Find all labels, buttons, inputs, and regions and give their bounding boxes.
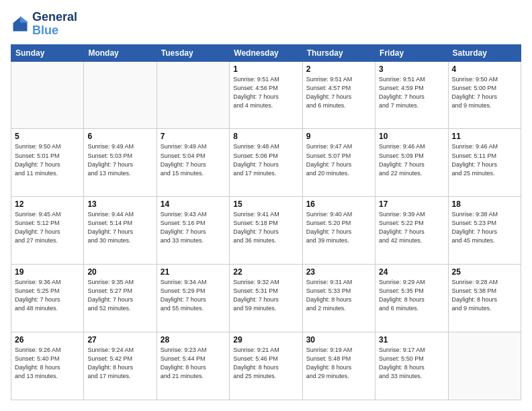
calendar-header-sunday: Sunday xyxy=(11,44,84,61)
calendar-cell: 31Sunrise: 9:17 AM Sunset: 5:50 PM Dayli… xyxy=(375,332,448,400)
day-info: Sunrise: 9:19 AM Sunset: 5:48 PM Dayligh… xyxy=(306,346,371,381)
day-info: Sunrise: 9:38 AM Sunset: 5:23 PM Dayligh… xyxy=(452,210,517,245)
calendar-cell: 16Sunrise: 9:40 AM Sunset: 5:20 PM Dayli… xyxy=(302,197,375,265)
day-info: Sunrise: 9:17 AM Sunset: 5:50 PM Dayligh… xyxy=(379,346,444,381)
calendar-week-row: 5Sunrise: 9:50 AM Sunset: 5:01 PM Daylig… xyxy=(11,129,521,197)
day-info: Sunrise: 9:35 AM Sunset: 5:27 PM Dayligh… xyxy=(87,278,152,313)
calendar-cell: 19Sunrise: 9:36 AM Sunset: 5:25 PM Dayli… xyxy=(11,265,84,332)
day-info: Sunrise: 9:41 AM Sunset: 5:18 PM Dayligh… xyxy=(233,210,298,245)
day-info: Sunrise: 9:26 AM Sunset: 5:40 PM Dayligh… xyxy=(15,346,80,381)
day-number: 20 xyxy=(87,267,152,277)
calendar-cell: 25Sunrise: 9:28 AM Sunset: 5:38 PM Dayli… xyxy=(448,265,521,332)
calendar-cell: 4Sunrise: 9:50 AM Sunset: 5:00 PM Daylig… xyxy=(448,61,521,129)
day-number: 26 xyxy=(15,335,80,345)
calendar-cell xyxy=(448,332,521,400)
logo-text: General Blue xyxy=(32,11,77,38)
day-number: 12 xyxy=(15,199,80,209)
day-info: Sunrise: 9:51 AM Sunset: 4:56 PM Dayligh… xyxy=(233,75,298,110)
logo: General Blue xyxy=(11,11,77,38)
day-info: Sunrise: 9:44 AM Sunset: 5:14 PM Dayligh… xyxy=(87,210,152,245)
day-number: 11 xyxy=(452,132,517,141)
day-number: 17 xyxy=(379,199,444,209)
day-info: Sunrise: 9:51 AM Sunset: 4:57 PM Dayligh… xyxy=(306,75,371,110)
day-info: Sunrise: 9:48 AM Sunset: 5:06 PM Dayligh… xyxy=(233,142,298,177)
calendar-header-saturday: Saturday xyxy=(448,44,521,61)
day-info: Sunrise: 9:40 AM Sunset: 5:20 PM Dayligh… xyxy=(306,210,371,245)
calendar-cell: 8Sunrise: 9:48 AM Sunset: 5:06 PM Daylig… xyxy=(230,129,302,197)
day-info: Sunrise: 9:50 AM Sunset: 5:00 PM Dayligh… xyxy=(452,75,517,110)
calendar-cell: 28Sunrise: 9:23 AM Sunset: 5:44 PM Dayli… xyxy=(157,332,229,400)
calendar-header-tuesday: Tuesday xyxy=(157,44,229,61)
calendar-header-friday: Friday xyxy=(375,44,448,61)
calendar-cell: 22Sunrise: 9:32 AM Sunset: 5:31 PM Dayli… xyxy=(230,265,302,332)
calendar-cell: 27Sunrise: 9:24 AM Sunset: 5:42 PM Dayli… xyxy=(84,332,157,400)
day-number: 13 xyxy=(87,199,152,209)
calendar-cell: 15Sunrise: 9:41 AM Sunset: 5:18 PM Dayli… xyxy=(230,197,302,265)
calendar-cell: 6Sunrise: 9:49 AM Sunset: 5:03 PM Daylig… xyxy=(84,129,157,197)
calendar-cell: 9Sunrise: 9:47 AM Sunset: 5:07 PM Daylig… xyxy=(302,129,375,197)
day-number: 6 xyxy=(87,132,152,141)
day-info: Sunrise: 9:23 AM Sunset: 5:44 PM Dayligh… xyxy=(161,346,226,381)
calendar-cell: 12Sunrise: 9:45 AM Sunset: 5:12 PM Dayli… xyxy=(11,197,84,265)
day-info: Sunrise: 9:32 AM Sunset: 5:31 PM Dayligh… xyxy=(233,278,298,313)
day-number: 31 xyxy=(379,335,444,345)
day-info: Sunrise: 9:43 AM Sunset: 5:16 PM Dayligh… xyxy=(161,210,226,245)
day-info: Sunrise: 9:39 AM Sunset: 5:22 PM Dayligh… xyxy=(379,210,444,245)
page: General Blue SundayMondayTuesdayWednesda… xyxy=(0,0,532,411)
day-info: Sunrise: 9:46 AM Sunset: 5:11 PM Dayligh… xyxy=(452,142,517,177)
day-number: 9 xyxy=(306,132,371,141)
day-number: 23 xyxy=(306,267,371,277)
calendar-cell: 7Sunrise: 9:49 AM Sunset: 5:04 PM Daylig… xyxy=(157,129,229,197)
calendar-cell: 26Sunrise: 9:26 AM Sunset: 5:40 PM Dayli… xyxy=(11,332,84,400)
day-info: Sunrise: 9:50 AM Sunset: 5:01 PM Dayligh… xyxy=(15,142,80,177)
day-info: Sunrise: 9:49 AM Sunset: 5:04 PM Dayligh… xyxy=(161,142,226,177)
calendar-cell: 30Sunrise: 9:19 AM Sunset: 5:48 PM Dayli… xyxy=(302,332,375,400)
calendar-header-row: SundayMondayTuesdayWednesdayThursdayFrid… xyxy=(11,44,521,61)
calendar-cell xyxy=(157,61,229,129)
day-number: 15 xyxy=(233,199,298,209)
day-info: Sunrise: 9:47 AM Sunset: 5:07 PM Dayligh… xyxy=(306,142,371,177)
calendar-cell: 10Sunrise: 9:46 AM Sunset: 5:09 PM Dayli… xyxy=(375,129,448,197)
calendar-week-row: 19Sunrise: 9:36 AM Sunset: 5:25 PM Dayli… xyxy=(11,265,521,332)
calendar-cell: 21Sunrise: 9:34 AM Sunset: 5:29 PM Dayli… xyxy=(157,265,229,332)
calendar-header-wednesday: Wednesday xyxy=(230,44,302,61)
day-number: 19 xyxy=(15,267,80,277)
day-number: 21 xyxy=(161,267,226,277)
day-number: 14 xyxy=(161,199,226,209)
calendar-cell: 13Sunrise: 9:44 AM Sunset: 5:14 PM Dayli… xyxy=(84,197,157,265)
calendar-table: SundayMondayTuesdayWednesdayThursdayFrid… xyxy=(11,44,521,400)
day-number: 18 xyxy=(452,199,517,209)
day-number: 24 xyxy=(379,267,444,277)
calendar-cell: 11Sunrise: 9:46 AM Sunset: 5:11 PM Dayli… xyxy=(448,129,521,197)
day-number: 27 xyxy=(87,335,152,345)
day-number: 25 xyxy=(452,267,517,277)
calendar-cell: 17Sunrise: 9:39 AM Sunset: 5:22 PM Dayli… xyxy=(375,197,448,265)
day-info: Sunrise: 9:46 AM Sunset: 5:09 PM Dayligh… xyxy=(379,142,444,177)
day-info: Sunrise: 9:31 AM Sunset: 5:33 PM Dayligh… xyxy=(306,278,371,313)
day-number: 10 xyxy=(379,132,444,141)
day-info: Sunrise: 9:34 AM Sunset: 5:29 PM Dayligh… xyxy=(161,278,226,313)
calendar-cell: 2Sunrise: 9:51 AM Sunset: 4:57 PM Daylig… xyxy=(302,61,375,129)
day-info: Sunrise: 9:29 AM Sunset: 5:35 PM Dayligh… xyxy=(379,278,444,313)
calendar-cell: 24Sunrise: 9:29 AM Sunset: 5:35 PM Dayli… xyxy=(375,265,448,332)
day-number: 5 xyxy=(15,132,80,141)
day-info: Sunrise: 9:36 AM Sunset: 5:25 PM Dayligh… xyxy=(15,278,80,313)
header: General Blue xyxy=(11,11,521,38)
calendar-cell: 3Sunrise: 9:51 AM Sunset: 4:59 PM Daylig… xyxy=(375,61,448,129)
day-info: Sunrise: 9:51 AM Sunset: 4:59 PM Dayligh… xyxy=(379,75,444,110)
day-info: Sunrise: 9:49 AM Sunset: 5:03 PM Dayligh… xyxy=(87,142,152,177)
calendar-week-row: 12Sunrise: 9:45 AM Sunset: 5:12 PM Dayli… xyxy=(11,197,521,265)
day-number: 30 xyxy=(306,335,371,345)
calendar-cell: 14Sunrise: 9:43 AM Sunset: 5:16 PM Dayli… xyxy=(157,197,229,265)
logo-icon xyxy=(11,15,30,34)
calendar-cell: 20Sunrise: 9:35 AM Sunset: 5:27 PM Dayli… xyxy=(84,265,157,332)
day-number: 29 xyxy=(233,335,298,345)
svg-marker-1 xyxy=(20,16,28,23)
day-number: 7 xyxy=(161,132,226,141)
calendar-cell: 18Sunrise: 9:38 AM Sunset: 5:23 PM Dayli… xyxy=(448,197,521,265)
day-info: Sunrise: 9:45 AM Sunset: 5:12 PM Dayligh… xyxy=(15,210,80,245)
calendar-week-row: 26Sunrise: 9:26 AM Sunset: 5:40 PM Dayli… xyxy=(11,332,521,400)
day-info: Sunrise: 9:21 AM Sunset: 5:46 PM Dayligh… xyxy=(233,346,298,381)
day-number: 1 xyxy=(233,64,298,74)
day-number: 8 xyxy=(233,132,298,141)
